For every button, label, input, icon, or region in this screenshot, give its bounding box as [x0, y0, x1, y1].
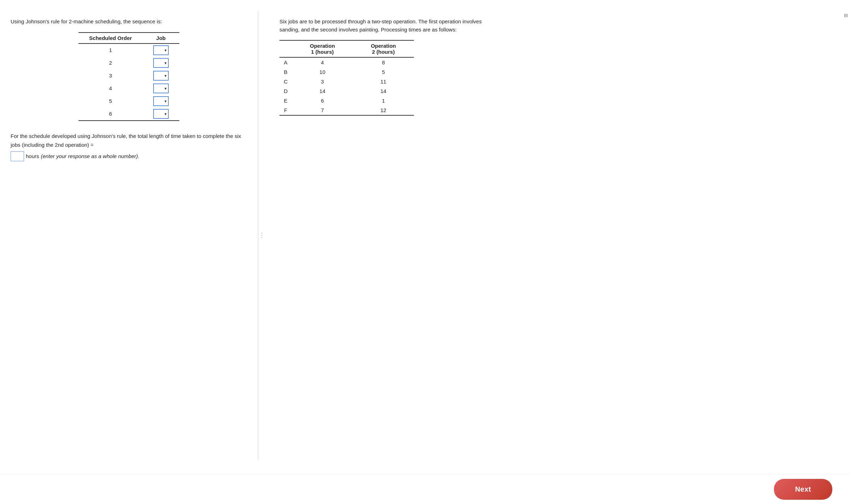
- schedule-job-cell: ABCDEF: [143, 95, 179, 108]
- ops-row: E61: [279, 96, 414, 105]
- left-panel: Using Johnson's rule for 2-machine sched…: [0, 11, 258, 460]
- job-select-2[interactable]: ABCDEF: [153, 58, 169, 68]
- ops-col1-header: [279, 40, 292, 57]
- left-title: Using Johnson's rule for 2-machine sched…: [11, 18, 247, 26]
- ops-col3-header: Operation2 (hours): [353, 40, 414, 57]
- ops-row: C311: [279, 77, 414, 86]
- answer-prefix: For the schedule developed using Johnson…: [11, 132, 247, 150]
- right-title: Six jobs are to be processed through a t…: [279, 18, 492, 34]
- job-select-1[interactable]: ABCDEF: [153, 45, 169, 55]
- schedule-row: 4ABCDEF: [79, 82, 179, 95]
- schedule-order-cell: 6: [79, 108, 143, 121]
- schedule-order-cell: 1: [79, 44, 143, 57]
- ops-job-cell: D: [279, 86, 292, 96]
- schedule-row: 5ABCDEF: [79, 95, 179, 108]
- ops-row: B105: [279, 67, 414, 77]
- job-select-5[interactable]: ABCDEF: [153, 96, 169, 106]
- ops-row: F712: [279, 105, 414, 115]
- job-select-wrapper[interactable]: ABCDEF: [153, 45, 169, 55]
- ops-op1-cell: 6: [292, 96, 353, 105]
- ops-op1-cell: 7: [292, 105, 353, 115]
- ops-col2-header: Operation1 (hours): [292, 40, 353, 57]
- hours-input[interactable]: [11, 151, 24, 161]
- schedule-job-cell: ABCDEF: [143, 108, 179, 121]
- answer-suffix: hours: [26, 152, 39, 161]
- ops-op2-cell: 12: [353, 105, 414, 115]
- ops-row: A48: [279, 57, 414, 67]
- job-select-3[interactable]: ABCDEF: [153, 71, 169, 81]
- schedule-row: 2ABCDEF: [79, 57, 179, 69]
- ops-op2-cell: 8: [353, 57, 414, 67]
- job-select-wrapper[interactable]: ABCDEF: [153, 71, 169, 81]
- schedule-job-cell: ABCDEF: [143, 69, 179, 82]
- ops-job-cell: F: [279, 105, 292, 115]
- job-select-wrapper[interactable]: ABCDEF: [153, 58, 169, 68]
- ops-job-cell: C: [279, 77, 292, 86]
- job-select-wrapper[interactable]: ABCDEF: [153, 109, 169, 119]
- schedule-order-cell: 4: [79, 82, 143, 95]
- schedule-table: Scheduled Order Job 1ABCDEF2ABCDEF3ABCDE…: [79, 32, 179, 121]
- ops-row: D1414: [279, 86, 414, 96]
- next-button[interactable]: Next: [774, 479, 832, 500]
- ops-op1-cell: 3: [292, 77, 353, 86]
- ops-op2-cell: 1: [353, 96, 414, 105]
- answer-note: (enter your response as a whole number).: [41, 152, 139, 161]
- ops-job-cell: A: [279, 57, 292, 67]
- schedule-order-cell: 2: [79, 57, 143, 69]
- ops-op1-cell: 10: [292, 67, 353, 77]
- col-job-header: Job: [143, 33, 179, 44]
- schedule-job-cell: ABCDEF: [143, 57, 179, 69]
- divider-icon: ⋮: [259, 231, 265, 239]
- schedule-job-cell: ABCDEF: [143, 82, 179, 95]
- job-select-6[interactable]: ABCDEF: [153, 109, 169, 119]
- job-select-wrapper[interactable]: ABCDEF: [153, 83, 169, 93]
- answer-row: For the schedule developed using Johnson…: [11, 132, 247, 161]
- schedule-row: 1ABCDEF: [79, 44, 179, 57]
- panel-divider[interactable]: ⋮: [258, 11, 265, 460]
- ops-op1-cell: 4: [292, 57, 353, 67]
- ops-op1-cell: 14: [292, 86, 353, 96]
- ops-job-cell: B: [279, 67, 292, 77]
- schedule-order-cell: 3: [79, 69, 143, 82]
- ops-table: Operation1 (hours) Operation2 (hours) A4…: [279, 40, 414, 116]
- ops-op2-cell: 5: [353, 67, 414, 77]
- schedule-order-cell: 5: [79, 95, 143, 108]
- shrink-icon[interactable]: ⊟: [844, 13, 848, 18]
- col-order-header: Scheduled Order: [79, 33, 143, 44]
- ops-op2-cell: 11: [353, 77, 414, 86]
- job-select-4[interactable]: ABCDEF: [153, 83, 169, 93]
- schedule-row: 3ABCDEF: [79, 69, 179, 82]
- schedule-job-cell: ABCDEF: [143, 44, 179, 57]
- schedule-row: 6ABCDEF: [79, 108, 179, 121]
- ops-job-cell: E: [279, 96, 292, 105]
- footer: Next: [0, 474, 850, 504]
- right-panel: ⊟ Six jobs are to be processed through a…: [265, 11, 850, 460]
- job-select-wrapper[interactable]: ABCDEF: [153, 96, 169, 106]
- ops-op2-cell: 14: [353, 86, 414, 96]
